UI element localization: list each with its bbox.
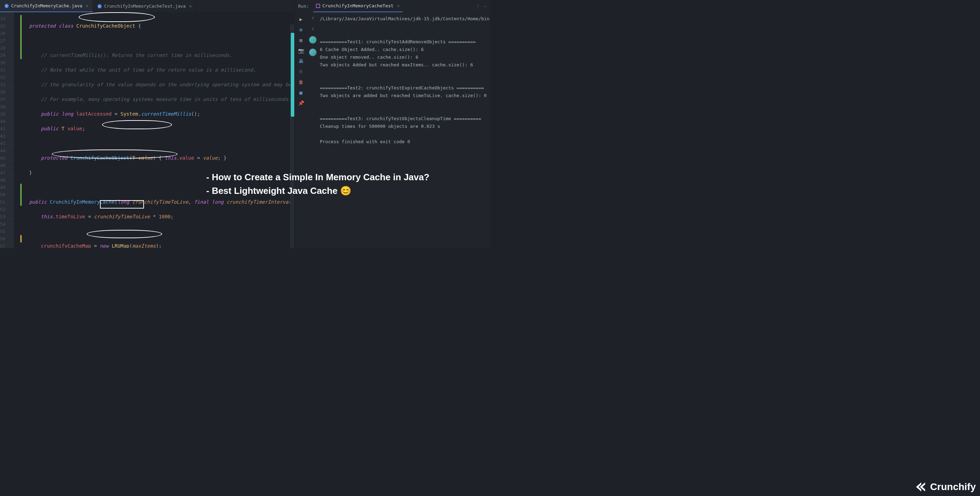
editor-scrollbar[interactable] [290, 24, 294, 248]
java-class-icon: C [97, 4, 102, 9]
stop-icon[interactable]: ■ [299, 37, 302, 43]
code-content[interactable]: protected class CrunchifyCacheObject { /… [14, 12, 294, 248]
tab-label: CrunchifyInMemoryCacheTest.java [104, 3, 186, 9]
console-output[interactable]: /Library/Java/JavaVirtualMachines/jdk-15… [318, 12, 490, 248]
pin-icon[interactable]: 📌 [298, 100, 304, 106]
code-editor[interactable]: 24⌄ 25 26 27 28 29 30 31 32 33⌄ 36⌄ 37 3… [0, 12, 294, 248]
run-config-icon [316, 4, 320, 8]
run-tab[interactable]: CrunchifyInMemoryCacheTest × [313, 0, 402, 12]
up-icon[interactable]: ↑ [312, 15, 314, 21]
tab-label: CrunchifyInMemoryCache.java [11, 3, 82, 8]
avatar[interactable] [309, 36, 317, 44]
avatar[interactable] [309, 49, 317, 56]
gutter: 24⌄ 25 26 27 28 29 30 31 32 33⌄ 36⌄ 37 3… [0, 12, 14, 248]
exit-icon[interactable]: ⎘ [299, 69, 302, 74]
tab-test[interactable]: C CrunchifyInMemoryCacheTest.java × [93, 0, 196, 12]
layout-icon[interactable]: ▦ [299, 90, 302, 95]
run-header: Run: CrunchifyInMemoryCacheTest × ⋮ — [294, 0, 490, 12]
run-toolbar: ▶ ⚙ ■ 📷 🖶 ⎘ 🗑 ▦ 📌 [294, 12, 307, 248]
run-nav-toolbar: ↑ ↓ [307, 12, 318, 248]
print-icon[interactable]: 🖶 [299, 58, 303, 64]
close-icon[interactable]: × [189, 3, 192, 9]
editor-tabs: C CrunchifyInMemoryCache.java × C Crunch… [0, 0, 294, 12]
run-label: Run: [298, 3, 309, 9]
delete-icon[interactable]: 🗑 [299, 79, 303, 85]
down-icon[interactable]: ↓ [312, 25, 314, 31]
svg-rect-4 [316, 4, 320, 8]
overlay-caption: - How to Create a Simple In Memory Cache… [206, 170, 430, 198]
rerun-icon[interactable]: ▶ [299, 16, 302, 22]
svg-text:C: C [99, 5, 101, 8]
minimize-icon[interactable]: — [484, 3, 487, 9]
java-class-icon: C [4, 3, 9, 8]
tab-cache[interactable]: C CrunchifyInMemoryCache.java × [0, 0, 93, 12]
close-icon[interactable]: × [397, 3, 400, 8]
dump-icon[interactable]: 📷 [298, 48, 304, 54]
settings-icon[interactable]: ⚙ [299, 27, 302, 32]
close-icon[interactable]: × [86, 3, 88, 8]
svg-text:C: C [6, 4, 8, 8]
more-icon[interactable]: ⋮ [476, 3, 480, 9]
